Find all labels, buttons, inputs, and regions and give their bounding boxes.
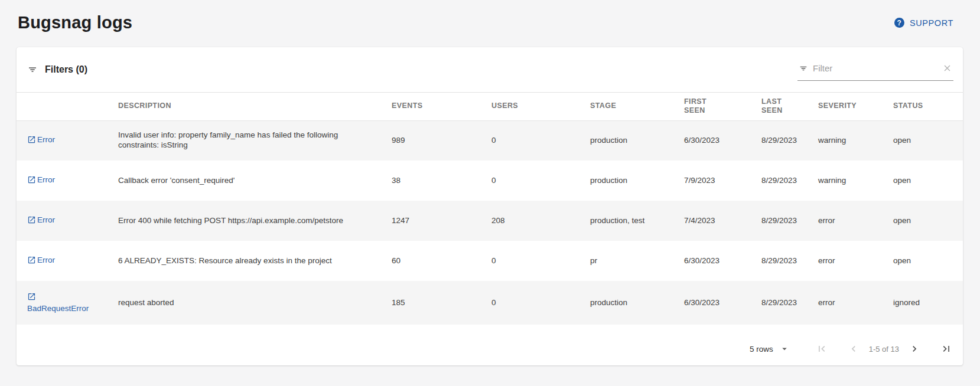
next-page-button[interactable] <box>907 342 922 356</box>
first-seen-cell: 6/30/2023 <box>684 241 761 281</box>
error-link-cell: Error <box>17 161 118 201</box>
rows-per-page-select[interactable]: 5 rows <box>750 344 790 354</box>
filter-input-icon <box>799 64 808 73</box>
rows-per-page-label: 5 rows <box>750 345 773 354</box>
error-link-cell: Error <box>17 120 118 161</box>
column-header-link <box>17 93 118 120</box>
error-link[interactable]: BadRequestError <box>27 292 93 314</box>
stage-cell: production, test <box>590 201 684 241</box>
filters-toggle-button[interactable]: Filters (0) <box>27 64 87 75</box>
table-body: Error Invalid user info: property family… <box>17 120 963 325</box>
table-footer: 5 rows 1-5 of 13 <box>17 325 963 365</box>
severity-cell: warning <box>818 161 893 201</box>
events-cell: 185 <box>392 281 491 325</box>
open-in-new-icon <box>27 256 36 267</box>
topbar: Bugsnag logs ? SUPPORT <box>18 13 953 32</box>
events-cell: 38 <box>392 161 491 201</box>
error-link-label: Error <box>37 175 55 184</box>
users-cell: 0 <box>491 281 590 325</box>
last-seen-cell: 8/29/2023 <box>761 241 818 281</box>
description-cell: Callback error 'consent_required' <box>118 161 392 201</box>
status-cell: ignored <box>893 281 963 325</box>
error-link-label: Error <box>37 135 55 144</box>
last-seen-cell: 8/29/2023 <box>761 201 818 241</box>
stage-cell: production <box>590 281 684 325</box>
open-in-new-icon <box>27 175 36 187</box>
open-in-new-icon <box>27 215 36 227</box>
column-header-status: STATUS <box>893 93 963 120</box>
stage-cell: pr <box>590 241 684 281</box>
table-row: Error Callback error 'consent_required' … <box>17 161 963 201</box>
error-link-cell: Error <box>17 241 118 281</box>
status-cell: open <box>893 120 963 161</box>
chevron-down-icon <box>779 344 790 354</box>
filter-input[interactable] <box>813 63 937 73</box>
column-header-description: DESCRIPTION <box>118 93 392 120</box>
table-row: Error Error 400 while fetching POST http… <box>17 201 963 241</box>
open-in-new-icon <box>27 135 36 147</box>
events-cell: 989 <box>392 120 491 161</box>
table-row: Error Invalid user info: property family… <box>17 120 963 161</box>
error-link-label: BadRequestError <box>27 304 89 313</box>
status-cell: open <box>893 161 963 201</box>
support-link[interactable]: ? SUPPORT <box>894 18 953 28</box>
support-label: SUPPORT <box>910 18 953 28</box>
first-seen-cell: 7/4/2023 <box>684 201 761 241</box>
column-header-stage: STAGE <box>590 93 684 120</box>
page-range-label: 1-5 of 13 <box>869 345 899 354</box>
severity-cell: error <box>818 201 893 241</box>
column-header-users: USERS <box>491 93 590 120</box>
users-cell: 0 <box>491 161 590 201</box>
column-header-first-seen: FIRST SEEN <box>684 93 761 120</box>
users-cell: 208 <box>491 201 590 241</box>
clear-filter-button[interactable] <box>942 63 952 73</box>
previous-page-button[interactable] <box>846 342 861 356</box>
filter-field <box>797 58 953 81</box>
status-cell: open <box>893 201 963 241</box>
severity-cell: error <box>818 281 893 325</box>
last-seen-cell: 8/29/2023 <box>761 281 818 325</box>
last-seen-cell: 8/29/2023 <box>761 161 818 201</box>
column-header-severity: SEVERITY <box>818 93 893 120</box>
filters-row: Filters (0) <box>17 47 963 93</box>
stage-cell: production <box>590 120 684 161</box>
description-cell: request aborted <box>118 281 392 325</box>
errors-table: DESCRIPTION EVENTS USERS STAGE FIRST SEE… <box>17 93 963 325</box>
table-row: BadRequestError request aborted 185 0 pr… <box>17 281 963 325</box>
error-link[interactable]: Error <box>27 215 55 227</box>
page-title: Bugsnag logs <box>18 13 132 32</box>
logs-card: Filters (0) DESCRIPTION EVENTS USERS STA… <box>17 47 963 365</box>
first-seen-cell: 6/30/2023 <box>684 281 761 325</box>
severity-cell: warning <box>818 120 893 161</box>
last-page-button[interactable] <box>939 342 953 356</box>
stage-cell: production <box>590 161 684 201</box>
error-link[interactable]: Error <box>27 135 55 147</box>
description-cell: Invalid user info: property family_name … <box>118 120 392 161</box>
table-header-row: DESCRIPTION EVENTS USERS STAGE FIRST SEE… <box>17 93 963 120</box>
filter-list-icon <box>27 64 38 75</box>
first-seen-cell: 6/30/2023 <box>684 120 761 161</box>
error-link-label: Error <box>37 215 55 224</box>
first-seen-cell: 7/9/2023 <box>684 161 761 201</box>
error-link[interactable]: Error <box>27 255 55 267</box>
status-cell: open <box>893 241 963 281</box>
events-cell: 1247 <box>392 201 491 241</box>
users-cell: 0 <box>491 120 590 161</box>
column-header-last-seen: LAST SEEN <box>761 93 818 120</box>
table-row: Error 6 ALREADY_EXISTS: Resource already… <box>17 241 963 281</box>
open-in-new-icon <box>27 292 36 304</box>
error-link[interactable]: Error <box>27 175 55 187</box>
error-link-label: Error <box>37 256 55 264</box>
help-icon: ? <box>894 18 904 28</box>
column-header-events: EVENTS <box>392 93 491 120</box>
first-page-button[interactable] <box>815 342 829 356</box>
filters-label: Filters (0) <box>45 64 87 75</box>
last-seen-cell: 8/29/2023 <box>761 120 818 161</box>
error-link-cell: Error <box>17 201 118 241</box>
severity-cell: error <box>818 241 893 281</box>
pager: 1-5 of 13 <box>805 342 953 356</box>
description-cell: Error 400 while fetching POST https://ap… <box>118 201 392 241</box>
error-link-cell: BadRequestError <box>17 281 118 325</box>
description-cell: 6 ALREADY_EXISTS: Resource already exist… <box>118 241 392 281</box>
users-cell: 0 <box>491 241 590 281</box>
